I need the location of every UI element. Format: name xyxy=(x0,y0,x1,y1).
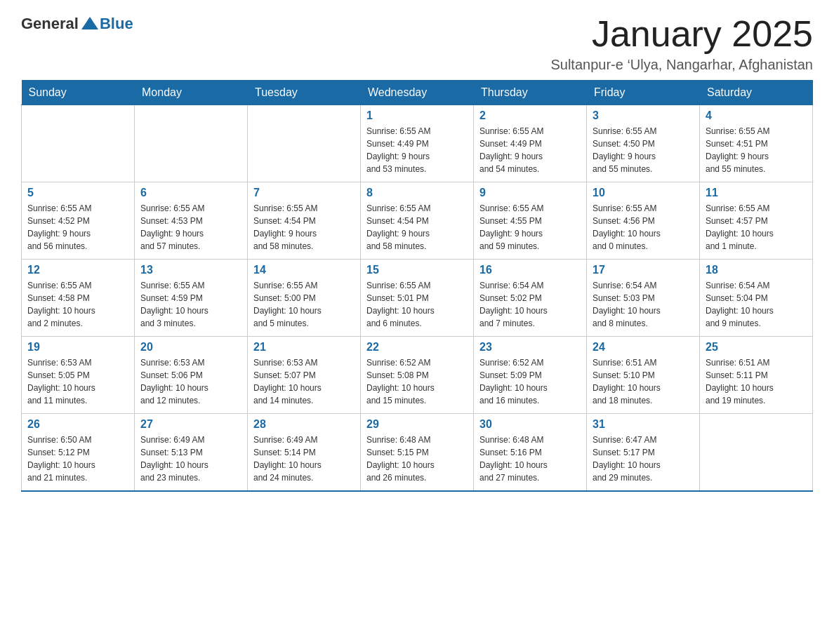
header-sunday: Sunday xyxy=(22,81,135,105)
calendar-cell: 1Sunrise: 6:55 AMSunset: 4:49 PMDaylight… xyxy=(361,105,474,182)
calendar-cell: 22Sunrise: 6:52 AMSunset: 5:08 PMDayligh… xyxy=(361,337,474,414)
day-info: Sunrise: 6:53 AMSunset: 5:07 PMDaylight:… xyxy=(253,356,355,407)
day-number: 26 xyxy=(27,418,128,431)
calendar-cell: 12Sunrise: 6:55 AMSunset: 4:58 PMDayligh… xyxy=(22,260,135,337)
calendar-cell: 20Sunrise: 6:53 AMSunset: 5:06 PMDayligh… xyxy=(135,337,248,414)
day-number: 9 xyxy=(479,187,581,199)
calendar-cell: 24Sunrise: 6:51 AMSunset: 5:10 PMDayligh… xyxy=(587,337,700,414)
calendar-cell: 15Sunrise: 6:55 AMSunset: 5:01 PMDayligh… xyxy=(361,260,474,337)
header-monday: Monday xyxy=(135,81,248,105)
calendar-week-3: 12Sunrise: 6:55 AMSunset: 4:58 PMDayligh… xyxy=(22,260,813,337)
day-info: Sunrise: 6:55 AMSunset: 4:54 PMDaylight:… xyxy=(366,202,468,253)
calendar-cell: 25Sunrise: 6:51 AMSunset: 5:11 PMDayligh… xyxy=(700,337,813,414)
day-info: Sunrise: 6:55 AMSunset: 4:52 PMDaylight:… xyxy=(27,202,128,253)
header-tuesday: Tuesday xyxy=(248,81,361,105)
header-thursday: Thursday xyxy=(474,81,587,105)
calendar-cell: 4Sunrise: 6:55 AMSunset: 4:51 PMDaylight… xyxy=(700,105,813,182)
day-number: 7 xyxy=(253,187,355,199)
day-number: 1 xyxy=(366,109,468,122)
calendar-week-5: 26Sunrise: 6:50 AMSunset: 5:12 PMDayligh… xyxy=(22,414,813,491)
day-number: 24 xyxy=(593,341,694,354)
day-number: 11 xyxy=(706,187,807,199)
calendar-cell: 7Sunrise: 6:55 AMSunset: 4:54 PMDaylight… xyxy=(248,182,361,260)
calendar: Sunday Monday Tuesday Wednesday Thursday… xyxy=(21,80,813,492)
day-number: 10 xyxy=(593,187,694,199)
calendar-cell: 9Sunrise: 6:55 AMSunset: 4:55 PMDaylight… xyxy=(474,182,587,260)
day-info: Sunrise: 6:55 AMSunset: 4:59 PMDaylight:… xyxy=(140,279,241,330)
calendar-cell: 6Sunrise: 6:55 AMSunset: 4:53 PMDaylight… xyxy=(135,182,248,260)
day-info: Sunrise: 6:55 AMSunset: 4:54 PMDaylight:… xyxy=(253,202,355,253)
calendar-cell: 30Sunrise: 6:48 AMSunset: 5:16 PMDayligh… xyxy=(474,414,587,491)
day-number: 16 xyxy=(479,264,581,276)
header-row: Sunday Monday Tuesday Wednesday Thursday… xyxy=(22,81,813,105)
calendar-cell: 5Sunrise: 6:55 AMSunset: 4:52 PMDaylight… xyxy=(22,182,135,260)
day-info: Sunrise: 6:54 AMSunset: 5:03 PMDaylight:… xyxy=(593,279,694,330)
day-number: 21 xyxy=(253,341,355,354)
day-info: Sunrise: 6:53 AMSunset: 5:06 PMDaylight:… xyxy=(140,356,241,407)
logo-general: General xyxy=(21,15,79,33)
day-info: Sunrise: 6:55 AMSunset: 5:00 PMDaylight:… xyxy=(253,279,355,330)
day-info: Sunrise: 6:55 AMSunset: 4:53 PMDaylight:… xyxy=(140,202,241,253)
day-info: Sunrise: 6:55 AMSunset: 4:58 PMDaylight:… xyxy=(27,279,128,330)
day-info: Sunrise: 6:51 AMSunset: 5:10 PMDaylight:… xyxy=(593,356,694,407)
day-info: Sunrise: 6:53 AMSunset: 5:05 PMDaylight:… xyxy=(27,356,128,407)
day-info: Sunrise: 6:55 AMSunset: 4:50 PMDaylight:… xyxy=(593,125,694,175)
day-number: 14 xyxy=(253,264,355,276)
header-friday: Friday xyxy=(587,81,700,105)
header-wednesday: Wednesday xyxy=(361,81,474,105)
day-number: 4 xyxy=(706,109,807,122)
day-number: 3 xyxy=(593,109,694,122)
day-number: 18 xyxy=(706,264,807,276)
day-info: Sunrise: 6:55 AMSunset: 4:56 PMDaylight:… xyxy=(593,202,694,253)
logo: General Blue xyxy=(21,14,133,34)
page-header: General Blue January 2025 Sultanpur-e ‘U… xyxy=(21,14,813,73)
day-info: Sunrise: 6:55 AMSunset: 4:49 PMDaylight:… xyxy=(366,125,468,175)
day-info: Sunrise: 6:55 AMSunset: 4:49 PMDaylight:… xyxy=(479,125,581,175)
calendar-cell: 2Sunrise: 6:55 AMSunset: 4:49 PMDaylight… xyxy=(474,105,587,182)
calendar-cell: 3Sunrise: 6:55 AMSunset: 4:50 PMDaylight… xyxy=(587,105,700,182)
day-number: 19 xyxy=(27,341,128,354)
day-number: 13 xyxy=(140,264,241,276)
calendar-cell: 31Sunrise: 6:47 AMSunset: 5:17 PMDayligh… xyxy=(587,414,700,491)
day-info: Sunrise: 6:47 AMSunset: 5:17 PMDaylight:… xyxy=(593,434,694,484)
day-number: 25 xyxy=(706,341,807,354)
day-info: Sunrise: 6:52 AMSunset: 5:09 PMDaylight:… xyxy=(479,356,581,407)
calendar-cell xyxy=(700,414,813,491)
day-number: 20 xyxy=(140,341,241,354)
day-number: 28 xyxy=(253,418,355,431)
day-number: 8 xyxy=(366,187,468,199)
day-info: Sunrise: 6:54 AMSunset: 5:04 PMDaylight:… xyxy=(706,279,807,330)
logo-icon xyxy=(80,14,100,34)
subtitle: Sultanpur-e ‘Ulya, Nangarhar, Afghanista… xyxy=(550,57,813,73)
day-number: 2 xyxy=(479,109,581,122)
header-saturday: Saturday xyxy=(700,81,813,105)
calendar-week-2: 5Sunrise: 6:55 AMSunset: 4:52 PMDaylight… xyxy=(22,182,813,260)
day-number: 30 xyxy=(479,418,581,431)
day-info: Sunrise: 6:55 AMSunset: 4:55 PMDaylight:… xyxy=(479,202,581,253)
calendar-cell: 26Sunrise: 6:50 AMSunset: 5:12 PMDayligh… xyxy=(22,414,135,491)
calendar-cell: 29Sunrise: 6:48 AMSunset: 5:15 PMDayligh… xyxy=(361,414,474,491)
day-info: Sunrise: 6:55 AMSunset: 4:51 PMDaylight:… xyxy=(706,125,807,175)
calendar-cell: 28Sunrise: 6:49 AMSunset: 5:14 PMDayligh… xyxy=(248,414,361,491)
title-section: January 2025 Sultanpur-e ‘Ulya, Nangarha… xyxy=(550,14,813,73)
calendar-cell xyxy=(135,105,248,182)
logo-blue: Blue xyxy=(100,15,133,33)
calendar-cell: 17Sunrise: 6:54 AMSunset: 5:03 PMDayligh… xyxy=(587,260,700,337)
day-number: 5 xyxy=(27,187,128,199)
calendar-cell xyxy=(22,105,135,182)
calendar-cell: 14Sunrise: 6:55 AMSunset: 5:00 PMDayligh… xyxy=(248,260,361,337)
calendar-cell: 27Sunrise: 6:49 AMSunset: 5:13 PMDayligh… xyxy=(135,414,248,491)
calendar-cell: 19Sunrise: 6:53 AMSunset: 5:05 PMDayligh… xyxy=(22,337,135,414)
calendar-week-4: 19Sunrise: 6:53 AMSunset: 5:05 PMDayligh… xyxy=(22,337,813,414)
calendar-header: Sunday Monday Tuesday Wednesday Thursday… xyxy=(22,81,813,105)
day-number: 17 xyxy=(593,264,694,276)
day-number: 12 xyxy=(27,264,128,276)
day-info: Sunrise: 6:48 AMSunset: 5:16 PMDaylight:… xyxy=(479,434,581,484)
calendar-cell: 8Sunrise: 6:55 AMSunset: 4:54 PMDaylight… xyxy=(361,182,474,260)
day-info: Sunrise: 6:55 AMSunset: 5:01 PMDaylight:… xyxy=(366,279,468,330)
day-number: 15 xyxy=(366,264,468,276)
day-number: 6 xyxy=(140,187,241,199)
day-number: 22 xyxy=(366,341,468,354)
calendar-body: 1Sunrise: 6:55 AMSunset: 4:49 PMDaylight… xyxy=(22,105,813,491)
calendar-cell: 18Sunrise: 6:54 AMSunset: 5:04 PMDayligh… xyxy=(700,260,813,337)
